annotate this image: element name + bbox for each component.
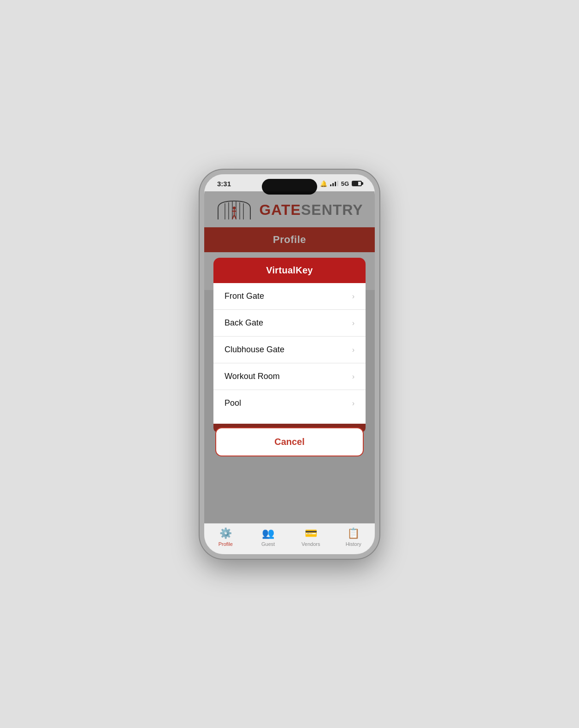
modal-item-label-workout-room: Workout Room <box>225 372 280 381</box>
nav-item-guest[interactable]: 👥 Guest <box>247 527 290 547</box>
signal-bars <box>330 181 338 186</box>
notification-bell-icon: 🔔 <box>320 180 327 187</box>
guest-nav-icon: 👥 <box>262 527 274 539</box>
modal-title-bar: VirtualKey <box>213 258 366 283</box>
nav-label-vendors: Vendors <box>301 541 320 547</box>
signal-bar-1 <box>330 184 331 186</box>
status-right: 🔔 5G <box>320 180 362 187</box>
bottom-navigation: ⚙️ Profile 👥 Guest 💳 Vendors 📋 <box>204 523 375 554</box>
modal-item-workout-room[interactable]: Workout Room › <box>213 363 366 390</box>
status-time: 3:31 <box>217 180 231 188</box>
modal-overlay: VirtualKey Front Gate › Back Gate › <box>204 191 375 523</box>
battery-icon <box>352 181 362 186</box>
signal-bar-2 <box>332 183 334 186</box>
modal-items-list: Front Gate › Back Gate › Clubhouse Gate … <box>213 283 366 424</box>
nav-label-profile: Profile <box>219 541 233 547</box>
chevron-right-icon-workout-room: › <box>352 373 354 381</box>
modal-spacer <box>213 416 366 424</box>
nav-item-vendors[interactable]: 💳 Vendors <box>290 527 332 547</box>
nav-item-profile[interactable]: ⚙️ Profile <box>204 527 247 547</box>
modal-item-label-pool: Pool <box>225 398 241 408</box>
modal-cancel-wrap: Cancel <box>213 424 366 456</box>
modal-item-pool[interactable]: Pool › <box>213 390 366 416</box>
modal-item-label-clubhouse-gate: Clubhouse Gate <box>225 345 284 355</box>
chevron-right-icon-clubhouse-gate: › <box>352 346 354 354</box>
vendors-nav-icon: 💳 <box>305 527 317 539</box>
signal-bar-4 <box>337 181 338 186</box>
phone-screen: 3:31 🔔 5G <box>204 174 375 554</box>
chevron-right-icon-back-gate: › <box>352 319 354 327</box>
cancel-button[interactable]: Cancel <box>215 427 364 456</box>
app-content: GATESENTRY Profile Miller, Jack 1234 Wil… <box>204 191 375 523</box>
nav-label-history: History <box>346 541 361 547</box>
phone-frame: 3:31 🔔 5G <box>200 170 379 559</box>
modal-item-front-gate[interactable]: Front Gate › <box>213 283 366 310</box>
nav-label-guest: Guest <box>261 541 275 547</box>
battery-fill <box>353 182 358 185</box>
modal-item-back-gate[interactable]: Back Gate › <box>213 310 366 337</box>
modal-item-clubhouse-gate[interactable]: Clubhouse Gate › <box>213 337 366 363</box>
cancel-label: Cancel <box>274 437 305 447</box>
signal-bar-3 <box>335 182 336 186</box>
history-nav-icon: 📋 <box>347 527 360 539</box>
profile-nav-icon: ⚙️ <box>219 527 232 539</box>
modal-item-label-front-gate: Front Gate <box>225 291 264 301</box>
modal-item-label-back-gate: Back Gate <box>225 318 263 328</box>
chevron-right-icon-front-gate: › <box>352 292 354 301</box>
modal-title: VirtualKey <box>266 265 313 275</box>
nav-item-history[interactable]: 📋 History <box>332 527 375 547</box>
network-type: 5G <box>341 180 349 187</box>
chevron-right-icon-pool: › <box>352 399 354 408</box>
virtualkey-modal: VirtualKey Front Gate › Back Gate › <box>213 258 366 456</box>
